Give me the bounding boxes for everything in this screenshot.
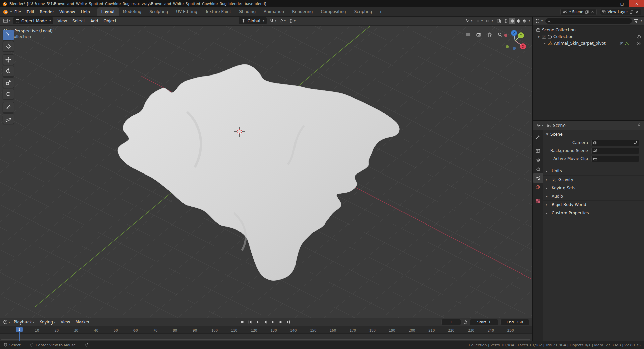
scene-panel-header[interactable]: ▼ Scene (543, 130, 644, 139)
app-menu-blender-icon[interactable] (3, 9, 8, 15)
shading-material-button[interactable] (516, 19, 521, 23)
playhead-frame-badge[interactable]: 1 (16, 327, 23, 332)
tab-render[interactable] (533, 146, 543, 155)
cowhide-rug-object[interactable] (118, 64, 399, 281)
tool-scale[interactable] (3, 77, 14, 88)
shading-wireframe-button[interactable] (503, 19, 508, 23)
tool-select-box[interactable] (3, 30, 14, 40)
viewport-menu-add[interactable]: Add (88, 17, 101, 25)
mode-dropdown[interactable]: Object Mode ▾ (13, 17, 53, 24)
disclosure-triangle-icon[interactable]: ▼ (537, 35, 541, 38)
menu-render[interactable]: Render (37, 7, 57, 16)
play-button[interactable] (270, 319, 276, 325)
tab-animation[interactable]: Animation (260, 7, 288, 16)
filter-funnel-icon[interactable] (634, 19, 638, 23)
shading-rendered-button[interactable] (522, 19, 527, 23)
section-custom-properties[interactable]: ▸Custom Properties (543, 209, 644, 217)
outliner-editor-type-button[interactable]: ▾ (535, 17, 544, 25)
show-overlays-dropdown[interactable]: ▾ (485, 17, 494, 25)
menu-window[interactable]: Window (57, 7, 78, 16)
navigation-gizmo[interactable]: Z Y X (502, 28, 527, 53)
timeline-editor-type-button[interactable]: ▾ (2, 318, 11, 326)
editor-type-button[interactable]: ▾ (2, 17, 11, 25)
viewport-menu-select[interactable]: Select (70, 17, 88, 25)
eyedropper-icon[interactable] (634, 141, 638, 145)
stopwatch-icon[interactable] (463, 320, 468, 325)
view-layer-selector[interactable]: View Layer (600, 9, 641, 15)
tab-view-layer[interactable] (533, 164, 543, 173)
proportional-editing-button[interactable]: ▾ (287, 17, 297, 25)
outliner-row-scene-collection[interactable]: Scene Collection (533, 27, 644, 33)
timeline-scrollbar[interactable] (1, 339, 530, 340)
jump-prev-keyframe-button[interactable] (254, 319, 261, 325)
tool-annotate[interactable] (3, 102, 14, 113)
play-reverse-button[interactable] (262, 319, 268, 325)
tool-measure[interactable] (3, 113, 14, 124)
tab-tool[interactable] (533, 133, 543, 142)
tab-texture[interactable] (533, 196, 543, 205)
tab-world[interactable] (533, 183, 543, 192)
tab-compositing[interactable]: Compositing (317, 7, 350, 16)
properties-editor-type-button[interactable]: ▾ (535, 122, 544, 129)
pin-icon[interactable] (637, 123, 641, 128)
end-frame-field[interactable]: End: 250 (500, 319, 529, 325)
outliner-search-input[interactable] (552, 18, 630, 23)
tab-rendering[interactable]: Rendering (288, 7, 317, 16)
tab-sculpting[interactable]: Sculpting (145, 7, 172, 16)
section-audio[interactable]: ▸Audio (543, 192, 644, 200)
section-units[interactable]: ▸Units (543, 167, 644, 175)
mesh-data-icon[interactable] (625, 41, 629, 46)
timeline-menu-keying[interactable]: Keying▾ (37, 318, 58, 326)
snap-toggle-button[interactable]: ▾ (268, 17, 277, 25)
active-movie-clip-field[interactable] (591, 156, 639, 162)
hide-eye-icon[interactable] (636, 41, 641, 46)
disclosure-triangle-icon[interactable]: ▸ (543, 42, 547, 45)
xray-toggle-button[interactable] (495, 17, 502, 25)
auto-keying-button[interactable] (239, 319, 245, 325)
outliner-row-object[interactable]: ▸ Animal_Skin_carpet_pivot (533, 40, 644, 47)
menu-help[interactable]: Help (78, 7, 92, 16)
tab-shading[interactable]: Shading (235, 7, 260, 16)
gravity-checkbox[interactable]: ✓ (552, 178, 556, 182)
background-scene-field[interactable] (591, 148, 639, 154)
shading-solid-button[interactable] (509, 18, 515, 24)
3d-viewport[interactable]: User Perspective (Local) (1) Collection (0, 26, 532, 318)
close-button[interactable]: ✕ (629, 0, 644, 7)
outliner-row-collection[interactable]: ▼ ✓ Collection (533, 33, 644, 40)
tool-move[interactable] (3, 54, 14, 65)
jump-to-end-button[interactable] (285, 319, 291, 325)
tool-transform[interactable] (3, 89, 14, 99)
timeline-menu-marker[interactable]: Marker (73, 318, 92, 326)
jump-next-keyframe-button[interactable] (277, 319, 284, 325)
show-gizmo-dropdown[interactable]: ▾ (475, 17, 484, 25)
section-gravity[interactable]: ▸✓Gravity (543, 175, 644, 184)
scene-selector[interactable]: ▾ Scene (560, 9, 597, 15)
section-rigid-body-world[interactable]: ▸Rigid Body World (543, 200, 644, 209)
collection-checkbox[interactable]: ✓ (542, 35, 546, 39)
timeline-menu-playback[interactable]: Playback▾ (11, 318, 37, 326)
tab-modeling[interactable]: Modeling (119, 7, 146, 16)
camera-field[interactable] (591, 140, 639, 146)
tab-layout[interactable]: Layout (97, 7, 119, 16)
timeline-ruler[interactable]: 1020304050607080901001101201301401501601… (0, 326, 532, 334)
tool-rotate[interactable] (3, 66, 14, 77)
tab-scripting[interactable]: Scripting (350, 7, 376, 16)
pan-hand-icon[interactable] (486, 31, 493, 38)
menu-edit[interactable]: Edit (24, 7, 37, 16)
camera-view-icon[interactable] (475, 31, 482, 38)
outliner-search[interactable] (545, 18, 632, 24)
toggle-perspective-icon[interactable] (464, 31, 472, 38)
new-scene-icon[interactable] (585, 10, 589, 14)
tool-cursor[interactable] (3, 41, 14, 52)
gizmo-minus-z-axis[interactable] (513, 47, 516, 50)
menu-file[interactable]: File (12, 7, 24, 16)
tab-texture-paint[interactable]: Texture Paint (201, 7, 235, 16)
viewport-menu-view[interactable]: View (55, 17, 70, 25)
timeline-menu-view[interactable]: View (58, 318, 73, 326)
current-frame-field[interactable]: 1 (441, 319, 461, 325)
maximize-button[interactable]: □ (614, 0, 629, 7)
transform-orientation-dropdown[interactable]: Global ▾ (239, 17, 266, 24)
unlink-scene-icon[interactable] (590, 10, 595, 14)
tab-output[interactable] (533, 155, 543, 164)
tab-scene[interactable] (533, 173, 543, 183)
